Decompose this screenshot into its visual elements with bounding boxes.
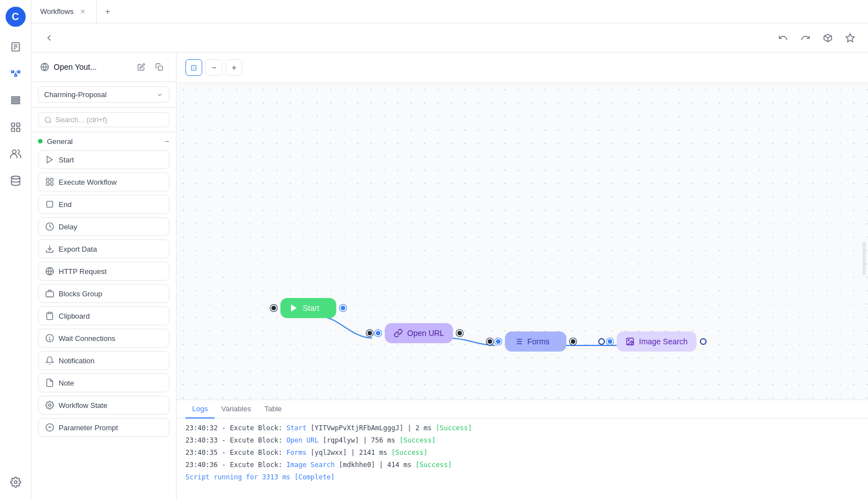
- sidebar-header-icons: [133, 59, 167, 75]
- link-icon: [394, 329, 403, 338]
- image-search-icon: [626, 337, 635, 346]
- app-logo: C: [6, 7, 26, 27]
- fit-view-button[interactable]: ⊡: [185, 59, 202, 76]
- image-search-node[interactable]: Image Search: [598, 331, 707, 352]
- open-url-node-box[interactable]: Open URL: [385, 323, 453, 343]
- download-icon: [45, 244, 54, 253]
- forms-node-label: Forms: [527, 337, 550, 346]
- svg-line-52: [633, 344, 633, 345]
- block-workflow-state-label: Workflow State: [59, 401, 107, 410]
- block-workflow-state[interactable]: Workflow State: [38, 396, 169, 415]
- general-section-header[interactable]: General −: [38, 137, 169, 146]
- clock-icon: [45, 222, 54, 231]
- sidebar-search: [31, 108, 176, 132]
- log-time-2: 23:40:35: [185, 449, 218, 456]
- svg-rect-35: [48, 312, 51, 314]
- log-time-0: 23:40:32: [185, 424, 218, 432]
- block-export-data[interactable]: Export Data: [38, 239, 169, 258]
- chevron-down-icon: [156, 92, 163, 98]
- open-url-node-label: Open URL: [407, 329, 444, 338]
- log-block-3[interactable]: Image Search: [287, 461, 335, 469]
- image-search-input-connector: [598, 338, 605, 345]
- forms-input-connector2: [495, 338, 502, 345]
- log-time-3: 23:40:36: [185, 461, 218, 469]
- workflow-version-select[interactable]: Charming-Proposal: [38, 86, 169, 103]
- start-node[interactable]: Start: [270, 298, 346, 318]
- tab-close-button[interactable]: ✕: [78, 7, 87, 16]
- zoom-in-button[interactable]: +: [226, 59, 242, 76]
- block-blocks-group-label: Blocks Group: [59, 290, 102, 298]
- image-search-input-connector2: [607, 338, 613, 345]
- open-url-input-connector: [366, 330, 373, 336]
- workflow-toolbar: [31, 23, 868, 52]
- http-icon: [45, 267, 54, 276]
- block-blocks-group[interactable]: Blocks Group: [38, 284, 169, 303]
- start-input-connector: [270, 305, 277, 311]
- canvas[interactable]: Start Open URL: [177, 83, 868, 400]
- nav-workflow-icon[interactable]: [4, 62, 27, 85]
- image-search-node-box[interactable]: Image Search: [617, 331, 697, 352]
- log-block-0[interactable]: Start: [287, 424, 307, 432]
- start-node-box[interactable]: Start: [280, 298, 336, 318]
- edit-button[interactable]: [133, 59, 149, 75]
- nav-apps-icon[interactable]: [4, 116, 27, 138]
- redo-button[interactable]: [797, 29, 814, 47]
- search-icon: [44, 116, 52, 124]
- nav-settings-icon[interactable]: [4, 471, 27, 493]
- undo-button[interactable]: [774, 29, 792, 47]
- svg-rect-7: [11, 97, 20, 98]
- block-parameter-prompt-label: Parameter Prompt: [59, 424, 118, 432]
- cube-button[interactable]: [819, 29, 837, 47]
- block-start[interactable]: Start: [38, 150, 169, 169]
- log-prefix-0: - Excute Block:: [222, 424, 287, 432]
- forms-output-connector: [570, 338, 576, 345]
- svg-line-23: [50, 121, 51, 123]
- log-block-2[interactable]: Forms: [287, 449, 307, 456]
- tab-workflows[interactable]: Workflows ✕: [31, 0, 97, 23]
- block-end[interactable]: End: [38, 195, 169, 214]
- log-block-1[interactable]: Open URL: [287, 436, 319, 444]
- nav-users-icon[interactable]: [4, 143, 27, 165]
- logs-panel: Logs Variables Table 23:40:32 - Excute B…: [177, 400, 868, 500]
- tab-logs[interactable]: Logs: [185, 400, 214, 419]
- block-parameter-prompt[interactable]: Parameter Prompt: [38, 418, 169, 437]
- nav-documents-icon[interactable]: [4, 36, 27, 58]
- block-delay[interactable]: Delay: [38, 217, 169, 236]
- log-footer-link[interactable]: Script running for 3313 ms [Complete]: [185, 473, 335, 481]
- prompt-icon: [45, 423, 54, 432]
- copy-button[interactable]: [151, 59, 167, 75]
- image-search-output-connector: [700, 338, 707, 345]
- block-note[interactable]: Note: [38, 373, 169, 392]
- tab-add-button[interactable]: +: [99, 3, 117, 21]
- block-wait-connections[interactable]: Wait Connections: [38, 329, 169, 348]
- globe-icon: [40, 62, 49, 71]
- back-button[interactable]: [40, 29, 58, 47]
- block-clipboard[interactable]: Clipboard: [38, 306, 169, 325]
- block-execute-workflow[interactable]: Execute Workflow: [38, 172, 169, 191]
- block-http-request[interactable]: HTTP Request: [38, 262, 169, 281]
- wait-icon: [45, 334, 54, 343]
- svg-rect-29: [47, 201, 53, 208]
- workflow-icon: [45, 177, 54, 186]
- block-notification[interactable]: Notification: [38, 351, 169, 370]
- zoom-out-button[interactable]: −: [206, 59, 222, 76]
- forms-node[interactable]: Forms: [487, 331, 576, 352]
- forms-node-box[interactable]: Forms: [505, 331, 566, 352]
- start-play-icon: [289, 304, 298, 312]
- search-input[interactable]: [55, 116, 163, 124]
- star-button[interactable]: [841, 29, 859, 47]
- tab-variables[interactable]: Variables: [214, 400, 257, 419]
- svg-point-50: [628, 340, 629, 341]
- block-end-label: End: [59, 200, 71, 209]
- block-wait-label: Wait Connections: [59, 334, 115, 343]
- canvas-scrollbar[interactable]: [862, 242, 866, 275]
- tab-table[interactable]: Table: [257, 400, 288, 419]
- nav-database-icon[interactable]: [4, 170, 27, 192]
- bell-icon: [45, 356, 54, 365]
- block-http-label: HTTP Request: [59, 267, 107, 276]
- open-url-node[interactable]: Open URL: [366, 323, 463, 343]
- svg-rect-25: [46, 179, 49, 181]
- svg-point-37: [49, 339, 50, 340]
- nav-list-icon[interactable]: [4, 89, 27, 112]
- svg-point-16: [14, 481, 17, 484]
